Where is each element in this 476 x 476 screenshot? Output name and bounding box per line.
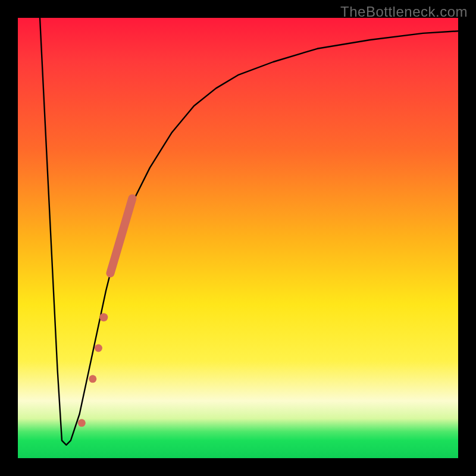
highlight-dot <box>89 375 96 383</box>
bottleneck-curve <box>40 18 458 445</box>
highlight-dot <box>95 345 102 352</box>
highlight-dot <box>99 313 108 321</box>
highlight-segment <box>110 198 132 273</box>
highlight-dot <box>78 419 86 427</box>
plot-area <box>18 18 458 458</box>
watermark-text: TheBottleneck.com <box>340 4 468 20</box>
curve-layer <box>18 18 458 458</box>
highlight-dots <box>78 313 108 427</box>
chart-frame: TheBottleneck.com <box>0 0 476 476</box>
